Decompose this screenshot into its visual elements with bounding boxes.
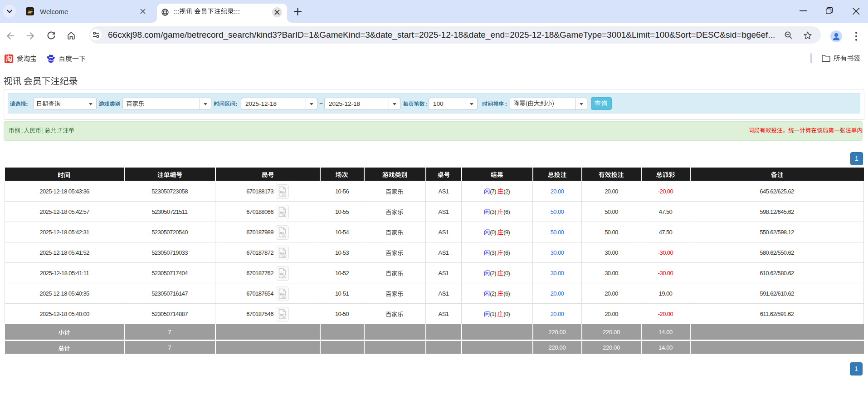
svg-text:du: du bbox=[49, 59, 53, 62]
